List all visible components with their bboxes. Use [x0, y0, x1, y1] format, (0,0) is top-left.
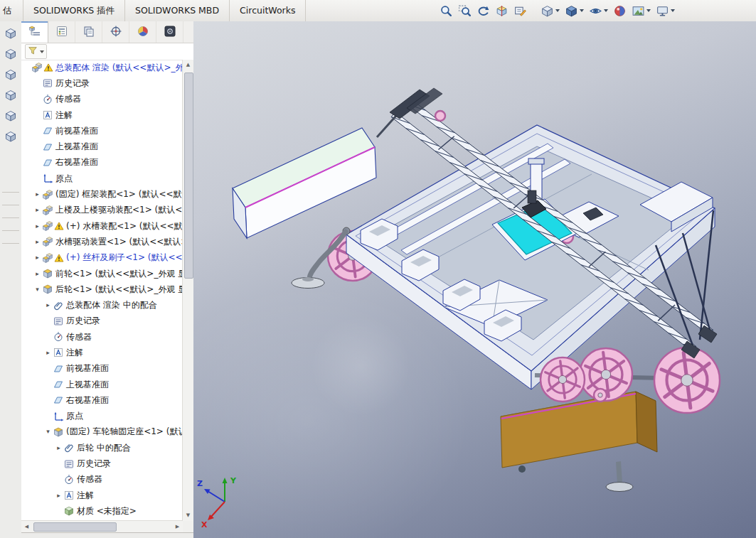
- tree-item[interactable]: ▸总装配体 渲染 中的配合: [21, 297, 183, 313]
- previous-view-button[interactable]: [475, 3, 491, 19]
- expand-arrow-collapsed[interactable]: ▸: [55, 493, 63, 499]
- tree-item[interactable]: ▸上楼及上楼驱动装配<1> (默认<<: [21, 203, 183, 218]
- tab-displaymanager[interactable]: [129, 21, 156, 43]
- expand-arrow-collapsed[interactable]: ▸: [33, 207, 41, 213]
- tree-item[interactable]: 历史记录: [21, 75, 183, 91]
- side-toolbar-button-4[interactable]: [2, 87, 19, 104]
- tree-item[interactable]: 传感器: [21, 92, 183, 107]
- zoom-fit-button[interactable]: [438, 3, 454, 19]
- tree-item[interactable]: ▸后轮 中的配合: [21, 440, 183, 456]
- tree-item-label: 后轮 中的配合: [77, 442, 131, 454]
- expand-arrow-collapsed[interactable]: ▸: [33, 223, 41, 230]
- tree-item[interactable]: ▸注解: [21, 345, 183, 360]
- expand-arrow-collapsed[interactable]: ▸: [44, 350, 52, 356]
- menu-tab-1[interactable]: SOLIDWORKS 插件: [23, 0, 125, 21]
- tree-item[interactable]: ▸前轮<1> (默认<<默认>_外观 显示: [21, 266, 183, 281]
- section-view-icon: [495, 4, 509, 18]
- tree-item[interactable]: ▾(固定) 车轮轴固定座<1> (默认: [21, 424, 183, 440]
- tree-item-label: 后轮<1> (默认<<默认>_外观 显示: [55, 284, 183, 296]
- tree-item[interactable]: 注解: [21, 107, 183, 123]
- warning-icon: [43, 63, 53, 72]
- tree-item[interactable]: 原点: [21, 171, 183, 186]
- tree-vertical-scrollbar[interactable]: ▲ ▼: [182, 60, 193, 521]
- menu-tab-3[interactable]: CircuitWorks: [230, 0, 306, 21]
- scroll-down-button[interactable]: ▼: [183, 510, 193, 521]
- tree-item[interactable]: ▸(+) 水槽装配<1> (默认<<默: [21, 218, 183, 234]
- tree-item[interactable]: 总装配体 渲染 (默认<<默认>_外: [21, 60, 183, 75]
- tree-item[interactable]: 原点: [21, 409, 183, 424]
- tree-item[interactable]: 前视基准面: [21, 123, 183, 139]
- tree-item[interactable]: 上视基准面: [21, 377, 183, 392]
- expand-arrow-expanded[interactable]: ▾: [44, 429, 52, 435]
- dropdown-caret[interactable]: [580, 9, 584, 12]
- apply-scene-button[interactable]: [630, 3, 652, 19]
- origin-icon: [42, 173, 53, 184]
- expand-arrow-collapsed[interactable]: ▸: [33, 239, 41, 245]
- tab-propertymanager[interactable]: [48, 21, 75, 43]
- tab-featuremanager-design-tree[interactable]: [21, 21, 48, 43]
- filter-dropdown-caret[interactable]: [40, 50, 44, 53]
- tree-item[interactable]: 右视基准面: [21, 155, 183, 171]
- dropdown-caret[interactable]: [604, 9, 608, 12]
- menu-tab-2[interactable]: SOLIDWORKS MBD: [125, 0, 230, 21]
- hide-show-items-button[interactable]: [587, 3, 609, 19]
- tree-item-label: (固定) 车轮轴固定座<1> (默认: [66, 426, 183, 438]
- history-icon: [42, 77, 53, 89]
- expand-arrow-collapsed[interactable]: ▸: [33, 271, 41, 277]
- filter-button[interactable]: [25, 44, 47, 59]
- expand-arrow-collapsed[interactable]: ▸: [33, 191, 41, 198]
- section-view-button[interactable]: [494, 3, 510, 19]
- part-icon: [53, 426, 64, 438]
- tree-item[interactable]: 上视基准面: [21, 139, 183, 154]
- graphics-area[interactable]: Y Z X: [193, 21, 756, 538]
- tree-item[interactable]: 前视基准面: [21, 361, 183, 377]
- scroll-up-button[interactable]: ▲: [183, 60, 193, 70]
- tree-item[interactable]: 传感器: [21, 329, 183, 345]
- plane-icon: [42, 157, 53, 168]
- tab-cam-manager[interactable]: [156, 21, 183, 43]
- tree-item[interactable]: 历史记录: [21, 313, 183, 329]
- right-wheel-group: [654, 348, 720, 413]
- dropdown-caret[interactable]: [671, 9, 675, 12]
- tree-item[interactable]: ▸注解: [21, 488, 183, 503]
- zoom-to-area-button[interactable]: [457, 3, 473, 19]
- expand-arrow-collapsed[interactable]: ▸: [33, 254, 41, 261]
- commandmanager-tab-evaluate-partial[interactable]: 估: [0, 0, 23, 21]
- solidworks-window: 估 SOLIDWORKS 插件SOLIDWORKS MBDCircuitWork…: [0, 0, 756, 538]
- side-toolbar-button-5[interactable]: [2, 107, 19, 124]
- scroll-right-button[interactable]: ▶: [172, 521, 183, 533]
- tree-item[interactable]: 材质 <未指定>: [21, 503, 183, 519]
- expand-arrow-expanded[interactable]: ▾: [33, 286, 41, 293]
- tree-item[interactable]: ▸(+) 丝杆及刷子<1> (默认<<: [21, 250, 183, 266]
- display-style-button[interactable]: [563, 3, 585, 19]
- expand-arrow-collapsed[interactable]: ▸: [44, 302, 52, 308]
- tree-item[interactable]: 右视基准面: [21, 392, 183, 408]
- horizontal-scroll-thumb[interactable]: [33, 522, 117, 532]
- side-toolbar-button-6[interactable]: [2, 128, 19, 145]
- scroll-left-button[interactable]: ◀: [21, 521, 32, 533]
- tree-item[interactable]: ▸水槽驱动装置<1> (默认<<默认>_: [21, 234, 183, 249]
- tree-item-label: 前视基准面: [66, 362, 109, 375]
- side-toolbar-button-3[interactable]: [2, 66, 19, 83]
- expand-arrow-collapsed[interactable]: ▸: [55, 445, 63, 451]
- annotation-view-icon: [513, 4, 527, 18]
- dynamic-annotation-views-button[interactable]: [512, 3, 528, 19]
- brown-box: [501, 392, 657, 492]
- view-orientation-button[interactable]: [539, 3, 561, 19]
- dropdown-caret[interactable]: [555, 9, 560, 12]
- tab-configurationmanager[interactable]: [75, 21, 102, 43]
- tree-item-label: 右视基准面: [55, 156, 98, 168]
- side-toolbar-button-2[interactable]: [2, 45, 19, 63]
- tree-horizontal-scrollbar[interactable]: ◀ ▶: [21, 520, 183, 533]
- dropdown-caret[interactable]: [646, 9, 651, 12]
- tree-item[interactable]: 传感器: [21, 472, 183, 488]
- appearance-ball-icon: [613, 4, 627, 18]
- tree-item[interactable]: 历史记录: [21, 456, 183, 471]
- tree-item[interactable]: ▸(固定) 框架装配<1> (默认<<默认: [21, 186, 183, 202]
- edit-appearance-button[interactable]: [612, 3, 628, 19]
- tab-dimxpertmanager[interactable]: [102, 21, 129, 43]
- tree-item[interactable]: ▾后轮<1> (默认<<默认>_外观 显示: [21, 281, 183, 297]
- vertical-scroll-thumb[interactable]: [184, 72, 193, 279]
- side-toolbar-button-1[interactable]: [2, 25, 19, 42]
- view-settings-button[interactable]: [654, 3, 676, 19]
